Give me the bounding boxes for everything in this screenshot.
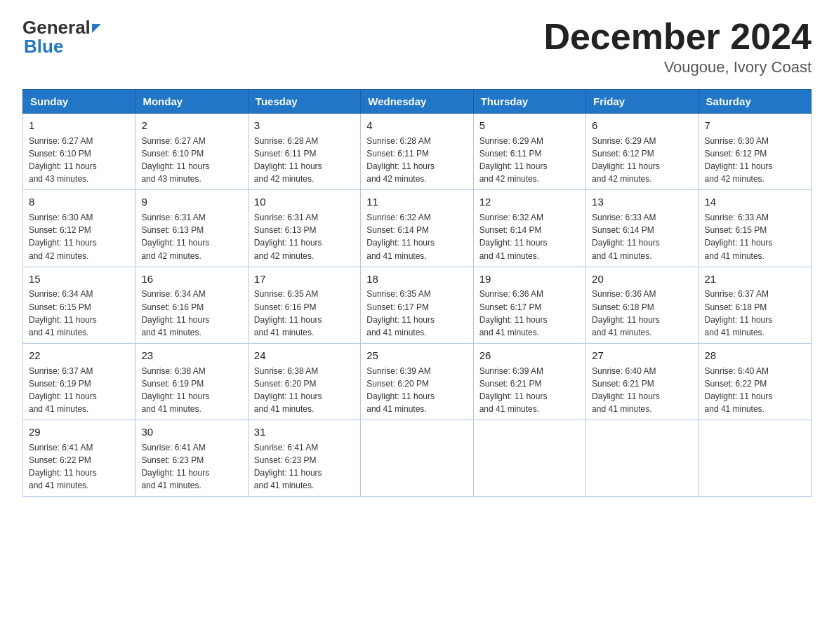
calendar-cell: 1Sunrise: 6:27 AMSunset: 6:10 PMDaylight… [23,114,135,190]
location-subtitle: Vougoue, Ivory Coast [543,58,812,76]
logo-blue-text: Blue [24,36,63,58]
day-number: 19 [479,271,580,287]
calendar-table: Sunday Monday Tuesday Wednesday Thursday… [22,89,812,497]
col-monday: Monday [135,90,248,114]
calendar-cell: 2Sunrise: 6:27 AMSunset: 6:10 PMDaylight… [135,114,248,190]
calendar-header-row: Sunday Monday Tuesday Wednesday Thursday… [23,90,812,114]
calendar-cell: 5Sunrise: 6:29 AMSunset: 6:11 PMDaylight… [473,114,585,190]
day-info: Sunrise: 6:40 AMSunset: 6:22 PMDaylight:… [705,366,773,414]
day-info: Sunrise: 6:29 AMSunset: 6:11 PMDaylight:… [479,136,548,184]
calendar-cell: 17Sunrise: 6:35 AMSunset: 6:16 PMDayligh… [248,267,360,343]
calendar-cell: 14Sunrise: 6:33 AMSunset: 6:15 PMDayligh… [699,190,811,267]
calendar-cell: 21Sunrise: 6:37 AMSunset: 6:18 PMDayligh… [699,267,811,343]
day-number: 27 [592,348,692,363]
week-row-4: 22Sunrise: 6:37 AMSunset: 6:19 PMDayligh… [23,343,812,420]
day-number: 20 [592,271,692,287]
day-info: Sunrise: 6:39 AMSunset: 6:21 PMDaylight:… [479,366,548,414]
calendar-cell: 9Sunrise: 6:31 AMSunset: 6:13 PMDaylight… [135,190,248,267]
week-row-1: 1Sunrise: 6:27 AMSunset: 6:10 PMDaylight… [23,114,812,190]
day-number: 24 [254,348,355,363]
day-info: Sunrise: 6:33 AMSunset: 6:15 PMDaylight:… [705,213,773,260]
col-friday: Friday [586,90,699,114]
calendar-cell: 18Sunrise: 6:35 AMSunset: 6:17 PMDayligh… [361,267,473,343]
calendar-cell: 19Sunrise: 6:36 AMSunset: 6:17 PMDayligh… [473,267,585,343]
day-info: Sunrise: 6:32 AMSunset: 6:14 PMDaylight:… [366,213,435,260]
day-info: Sunrise: 6:41 AMSunset: 6:22 PMDaylight:… [29,443,97,490]
calendar-cell [699,420,811,497]
week-row-2: 8Sunrise: 6:30 AMSunset: 6:12 PMDaylight… [23,190,812,267]
logo-triangle-icon [92,24,101,33]
day-number: 29 [29,424,129,440]
calendar-cell [473,420,585,497]
calendar-cell: 31Sunrise: 6:41 AMSunset: 6:23 PMDayligh… [248,420,360,497]
day-number: 30 [141,424,241,440]
calendar-cell: 15Sunrise: 6:34 AMSunset: 6:15 PMDayligh… [23,267,135,343]
day-info: Sunrise: 6:28 AMSunset: 6:11 PMDaylight:… [366,136,435,184]
day-number: 3 [254,118,355,133]
col-saturday: Saturday [699,90,811,114]
logo: General Blue [22,17,101,58]
day-number: 7 [705,118,805,133]
day-number: 11 [366,194,467,210]
calendar-cell: 8Sunrise: 6:30 AMSunset: 6:12 PMDaylight… [23,190,135,267]
calendar-cell: 10Sunrise: 6:31 AMSunset: 6:13 PMDayligh… [248,190,360,267]
calendar-cell: 12Sunrise: 6:32 AMSunset: 6:14 PMDayligh… [473,190,585,267]
title-block: December 2024 Vougoue, Ivory Coast [543,17,812,76]
day-number: 2 [141,118,241,133]
day-number: 12 [479,194,580,210]
day-number: 6 [592,118,692,133]
day-number: 25 [366,348,467,363]
day-number: 22 [29,348,129,363]
day-info: Sunrise: 6:31 AMSunset: 6:13 PMDaylight:… [141,213,209,260]
calendar-cell: 28Sunrise: 6:40 AMSunset: 6:22 PMDayligh… [699,343,811,420]
day-info: Sunrise: 6:29 AMSunset: 6:12 PMDaylight:… [592,136,660,184]
day-number: 1 [29,118,129,133]
day-info: Sunrise: 6:30 AMSunset: 6:12 PMDaylight:… [705,136,773,184]
day-info: Sunrise: 6:28 AMSunset: 6:11 PMDaylight:… [254,136,322,184]
calendar-cell: 3Sunrise: 6:28 AMSunset: 6:11 PMDaylight… [248,114,360,190]
day-info: Sunrise: 6:35 AMSunset: 6:17 PMDaylight:… [366,289,435,337]
day-number: 23 [141,348,241,363]
day-number: 17 [254,271,355,287]
calendar-cell: 11Sunrise: 6:32 AMSunset: 6:14 PMDayligh… [361,190,473,267]
day-info: Sunrise: 6:38 AMSunset: 6:20 PMDaylight:… [254,366,322,414]
calendar-cell: 13Sunrise: 6:33 AMSunset: 6:14 PMDayligh… [586,190,699,267]
day-info: Sunrise: 6:36 AMSunset: 6:18 PMDaylight:… [592,289,660,337]
col-thursday: Thursday [473,90,585,114]
calendar-cell: 16Sunrise: 6:34 AMSunset: 6:16 PMDayligh… [135,267,248,343]
month-title: December 2024 [543,17,812,57]
day-info: Sunrise: 6:30 AMSunset: 6:12 PMDaylight:… [29,213,97,260]
calendar-cell: 22Sunrise: 6:37 AMSunset: 6:19 PMDayligh… [23,343,135,420]
day-info: Sunrise: 6:37 AMSunset: 6:18 PMDaylight:… [705,289,773,337]
day-info: Sunrise: 6:37 AMSunset: 6:19 PMDaylight:… [29,366,97,414]
day-info: Sunrise: 6:40 AMSunset: 6:21 PMDaylight:… [592,366,660,414]
day-info: Sunrise: 6:34 AMSunset: 6:15 PMDaylight:… [29,289,97,337]
calendar-cell: 6Sunrise: 6:29 AMSunset: 6:12 PMDaylight… [586,114,699,190]
day-number: 21 [705,271,805,287]
day-info: Sunrise: 6:41 AMSunset: 6:23 PMDaylight:… [141,443,209,490]
day-info: Sunrise: 6:27 AMSunset: 6:10 PMDaylight:… [141,136,209,184]
day-info: Sunrise: 6:39 AMSunset: 6:20 PMDaylight:… [366,366,435,414]
day-number: 31 [254,424,355,440]
calendar-cell: 20Sunrise: 6:36 AMSunset: 6:18 PMDayligh… [586,267,699,343]
calendar-cell: 30Sunrise: 6:41 AMSunset: 6:23 PMDayligh… [135,420,248,497]
week-row-5: 29Sunrise: 6:41 AMSunset: 6:22 PMDayligh… [23,420,812,497]
calendar-cell: 27Sunrise: 6:40 AMSunset: 6:21 PMDayligh… [586,343,699,420]
day-number: 4 [366,118,467,133]
col-tuesday: Tuesday [248,90,360,114]
day-info: Sunrise: 6:32 AMSunset: 6:14 PMDaylight:… [479,213,548,260]
day-number: 5 [479,118,580,133]
week-row-3: 15Sunrise: 6:34 AMSunset: 6:15 PMDayligh… [23,267,812,343]
page-header: General Blue December 2024 Vougoue, Ivor… [22,17,812,76]
day-number: 10 [254,194,355,210]
day-info: Sunrise: 6:35 AMSunset: 6:16 PMDaylight:… [254,289,322,337]
day-number: 16 [141,271,241,287]
calendar-cell: 25Sunrise: 6:39 AMSunset: 6:20 PMDayligh… [361,343,473,420]
day-number: 14 [705,194,805,210]
calendar-cell: 23Sunrise: 6:38 AMSunset: 6:19 PMDayligh… [135,343,248,420]
day-number: 13 [592,194,692,210]
calendar-cell: 4Sunrise: 6:28 AMSunset: 6:11 PMDaylight… [361,114,473,190]
calendar-cell: 24Sunrise: 6:38 AMSunset: 6:20 PMDayligh… [248,343,360,420]
day-info: Sunrise: 6:36 AMSunset: 6:17 PMDaylight:… [479,289,548,337]
day-info: Sunrise: 6:27 AMSunset: 6:10 PMDaylight:… [29,136,97,184]
